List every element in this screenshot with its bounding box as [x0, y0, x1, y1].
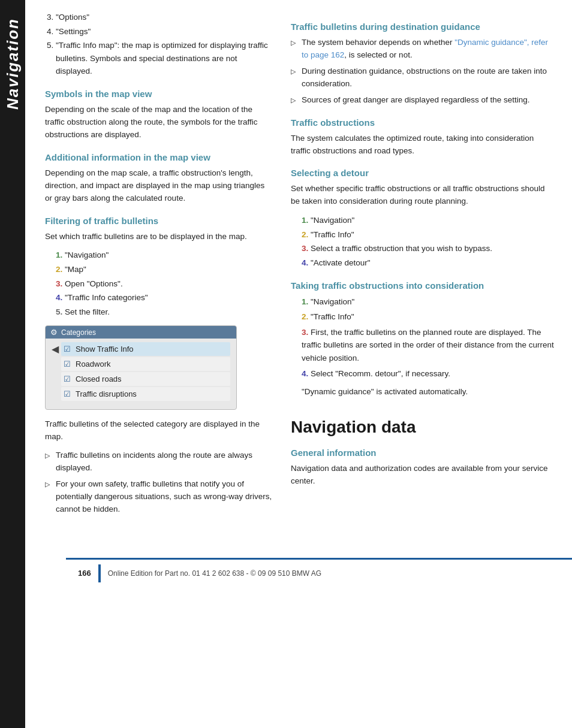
heading-taking: Taking traffic obstructions into conside… — [291, 280, 554, 291]
taking-step: 1. "Navigation" — [302, 295, 554, 309]
heading-filtering: Filtering of traffic bulletins — [45, 216, 273, 226]
filter-step: 4. "Traffic Info categories" — [56, 291, 273, 304]
taking-note: "Dynamic guidance" is activated automati… — [302, 386, 554, 398]
detour-step: 2. "Traffic Info" — [302, 228, 554, 241]
taking-steps: 1. "Navigation"2. "Traffic Info"3. First… — [302, 295, 554, 380]
nav-data-title: Navigation data — [291, 418, 554, 437]
footer: 166 Online Edition for Part no. 01 41 2 … — [66, 558, 572, 587]
list-item: "Settings" — [56, 25, 273, 38]
right-column: Traffic bulletins during destination gui… — [291, 11, 554, 522]
footer-text: Online Edition for Part no. 01 41 2 602 … — [108, 569, 321, 578]
filter-step: 2. "Map" — [56, 263, 273, 276]
panel-item[interactable]: ☑Roadwork — [61, 357, 230, 371]
filter-step: 1. "Navigation" — [56, 249, 273, 262]
panel-item[interactable]: ☑Traffic disruptions — [61, 387, 230, 401]
panel-item-label: Show Traffic Info — [76, 345, 134, 354]
list-item: "Traffic Info map": the map is optimized… — [56, 39, 273, 78]
footer-divider — [98, 564, 101, 582]
filtering-intro: Set which traffic bulletins are to be di… — [45, 231, 273, 243]
heading-bulletins: Traffic bulletins during destination gui… — [291, 22, 554, 32]
heading-detour: Selecting a detour — [291, 168, 554, 178]
filter-step: 3. Open "Options". — [56, 277, 273, 291]
left-column: "Options" "Settings" "Traffic Info map":… — [45, 11, 273, 522]
bulletins-item: During destination guidance, obstruction… — [291, 65, 554, 90]
intro-list: "Options" "Settings" "Traffic Info map":… — [56, 11, 273, 78]
bullet-item: Traffic bulletins on incidents along the… — [45, 449, 273, 475]
panel-items-wrapper: ◀☑Show Traffic Info☑Roadwork☑Closed road… — [52, 342, 230, 401]
nav-data-body: Navigation data and authorization codes … — [291, 463, 554, 488]
taking-step: 2. "Traffic Info" — [302, 310, 554, 324]
filtering-steps: 1. "Navigation"2. "Map"3. Open "Options"… — [56, 249, 273, 318]
bulletins-list: The system behavior depends on whether "… — [291, 37, 554, 107]
categories-icon: ⚙ — [50, 328, 58, 337]
heading-symbols: Symbols in the map view — [45, 89, 273, 99]
panel-item-label: Traffic disruptions — [76, 389, 137, 398]
list-text: "Options" — [56, 13, 89, 22]
categories-panel: ⚙ Categories ◀☑Show Traffic Info☑Roadwor… — [45, 325, 237, 410]
sidebar: Navigation — [0, 0, 25, 728]
sidebar-label: Navigation — [4, 18, 22, 110]
panel-arrow-icon: ◀ — [52, 343, 59, 355]
bullet-item: For your own safety, traffic bulletins t… — [45, 478, 273, 516]
checkbox-icon: ☑ — [64, 360, 71, 368]
checkbox-icon: ☑ — [64, 345, 71, 354]
panel-item-label: Closed roads — [76, 374, 122, 383]
checkbox-icon: ☑ — [64, 374, 71, 383]
heading-general: General information — [291, 448, 554, 458]
detour-step: 3. Select a traffic obstruction that you… — [302, 242, 554, 255]
taking-step: 4. Select "Recomm. detour", if necessary… — [302, 367, 554, 380]
symbols-body: Depending on the scale of the map and th… — [45, 104, 273, 141]
panel-item[interactable]: ☑Closed roads — [61, 372, 230, 386]
additional-body: Depending on the map scale, a traffic ob… — [45, 167, 273, 205]
list-item: "Options" — [56, 11, 273, 24]
bullets-list: Traffic bulletins on incidents along the… — [45, 449, 273, 516]
bulletins-item: Sources of great danger are displayed re… — [291, 94, 554, 107]
bulletins-item: The system behavior depends on whether "… — [291, 37, 554, 62]
detour-step: 1. "Navigation" — [302, 214, 554, 227]
main-content: "Options" "Settings" "Traffic Info map":… — [33, 0, 572, 546]
footer-page: 166 — [78, 569, 91, 578]
taking-step: 3. First, the traffic bulletins on the p… — [302, 326, 554, 365]
detour-intro: Set whether specific traffic obstruction… — [291, 183, 554, 208]
heading-additional: Additional information in the map view — [45, 152, 273, 162]
detour-steps: 1. "Navigation"2. "Traffic Info"3. Selec… — [302, 214, 554, 269]
panel-item[interactable]: ◀☑Show Traffic Info — [61, 342, 230, 356]
after-panel-text: Traffic bulletins of the selected catego… — [45, 418, 273, 443]
panel-titlebar: ⚙ Categories — [46, 326, 236, 339]
heading-obstructions: Traffic obstructions — [291, 117, 554, 128]
filter-step: 5. Set the filter. — [56, 306, 273, 319]
list-text: "Traffic Info map": the map is optimized… — [56, 41, 268, 75]
checkbox-icon: ☑ — [64, 389, 71, 398]
panel-item-label: Roadwork — [76, 360, 111, 368]
dynamic-guidance-link[interactable]: "Dynamic guidance", refer to page 162 — [302, 38, 548, 59]
panel-title: Categories — [61, 328, 96, 337]
detour-step: 4. "Activate detour" — [302, 256, 554, 270]
obstructions-body: The system calculates the optimized rout… — [291, 132, 554, 158]
list-text: "Settings" — [56, 27, 91, 36]
